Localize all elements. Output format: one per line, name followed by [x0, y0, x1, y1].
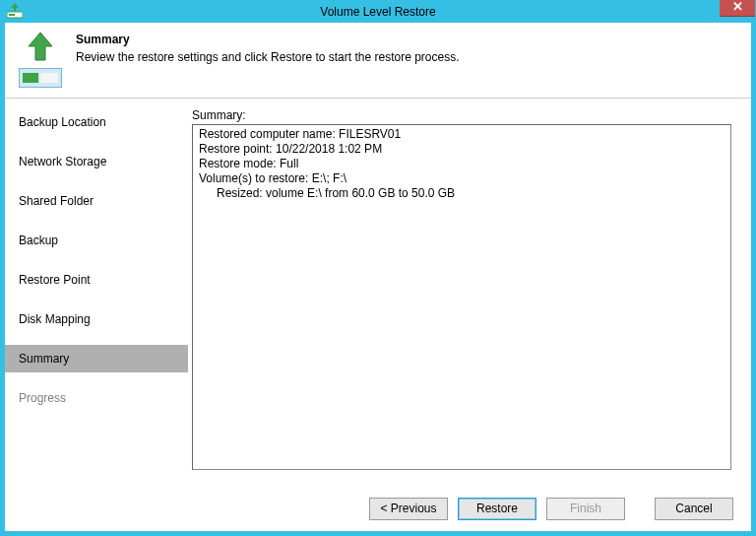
disk-icon — [19, 68, 62, 88]
cancel-button[interactable]: Cancel — [655, 498, 733, 520]
summary-line: Restore mode: Full — [199, 157, 724, 171]
wizard-body: Backup LocationNetwork StorageShared Fol… — [5, 99, 751, 486]
wizard-header: Summary Review the restore settings and … — [5, 23, 751, 99]
previous-button[interactable]: < Previous — [369, 498, 448, 520]
header-icon — [17, 31, 64, 88]
up-arrow-icon — [24, 31, 57, 64]
titlebar: Volume Level Restore ✕ — [5, 1, 751, 23]
step-backup-location[interactable]: Backup Location — [5, 108, 188, 136]
step-progress: Progress — [5, 384, 188, 412]
header-text: Summary Review the restore settings and … — [76, 31, 739, 88]
step-backup[interactable]: Backup — [5, 227, 188, 254]
page-title: Summary — [76, 33, 739, 46]
window-title: Volume Level Restore — [320, 5, 435, 19]
summary-line: Restored computer name: FILESRV01 — [199, 127, 724, 142]
app-icon — [7, 3, 23, 19]
summary-label: Summary: — [192, 108, 731, 122]
summary-line: Volume(s) to restore: E:\; F:\ — [199, 171, 724, 186]
step-shared-folder[interactable]: Shared Folder — [5, 187, 188, 215]
summary-line: Resized: volume E:\ from 60.0 GB to 50.0… — [199, 186, 724, 201]
summary-textbox[interactable]: Restored computer name: FILESRV01Restore… — [192, 124, 731, 470]
step-restore-point[interactable]: Restore Point — [5, 266, 188, 294]
svg-rect-1 — [9, 14, 15, 16]
restore-button[interactable]: Restore — [458, 498, 536, 520]
wizard-footer: < Previous Restore Finish Cancel — [5, 486, 751, 531]
page-subtitle: Review the restore settings and click Re… — [76, 50, 739, 64]
step-network-storage[interactable]: Network Storage — [5, 148, 188, 175]
step-disk-mapping[interactable]: Disk Mapping — [5, 305, 188, 333]
wizard-steps: Backup LocationNetwork StorageShared Fol… — [5, 99, 188, 486]
close-button[interactable]: ✕ — [720, 0, 755, 17]
main-panel: Summary: Restored computer name: FILESRV… — [188, 99, 751, 486]
step-summary[interactable]: Summary — [5, 345, 188, 372]
wizard-window: Volume Level Restore ✕ Summary Review th… — [0, 0, 756, 536]
close-icon: ✕ — [732, 0, 743, 14]
summary-line: Restore point: 10/22/2018 1:02 PM — [199, 142, 724, 157]
finish-button: Finish — [546, 498, 625, 520]
